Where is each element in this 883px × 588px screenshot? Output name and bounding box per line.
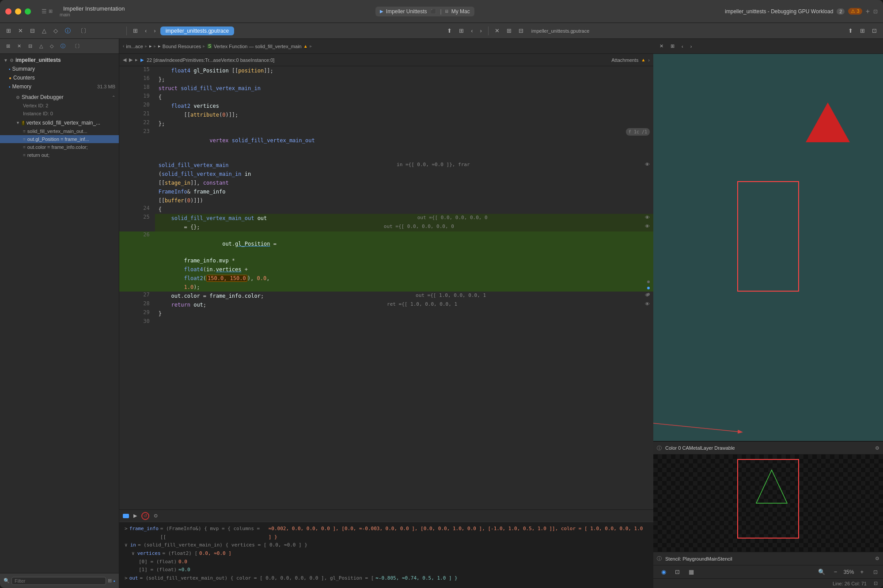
gpu-fullscreen-icon[interactable]: ⊡ [873, 569, 878, 575]
sidebar-toolbar-btn2[interactable]: ✕ [15, 42, 24, 50]
toolbar-btn-7[interactable]: 〔〕 [75, 26, 92, 36]
sidebar-item-sub3[interactable]: = out.color = frame_info.color; [0, 143, 119, 151]
gpu-stencil-settings-icon[interactable]: ⚙ [875, 556, 879, 561]
gpu-toolbar-btn3[interactable]: ‹ [679, 43, 686, 50]
sidebar-toolbar-btn4[interactable]: △ [37, 42, 45, 50]
var-val-out: ≈-0.805, ≈0.74, 0.5, 1.0 ] } [375, 574, 457, 583]
toolbar-btn-4[interactable]: △ [39, 27, 49, 35]
toolbar-share[interactable]: ⬆ [444, 27, 455, 35]
debug-eye-icon-25b[interactable]: 👁 [645, 223, 650, 231]
gpu-mode-btn1[interactable]: ◉ [659, 568, 669, 576]
gpu-zoom-search-btn[interactable]: 🔍 [815, 568, 828, 576]
toolbar-nav-fwd2[interactable]: › [478, 27, 485, 35]
toolbar-right-2[interactable]: ⊞ [857, 27, 868, 35]
toolbar-nav-fwd[interactable]: › [151, 27, 158, 35]
sub1-label: solid_fill_vertex_main_out... [27, 129, 115, 134]
sidebar-item-sub4[interactable]: = return out; [0, 151, 119, 159]
debug-eye-icon-25[interactable]: 👁 [645, 214, 650, 222]
sidebar-toolbar-btn3[interactable]: ⊟ [26, 42, 35, 50]
sidebar-item-shader-debugger[interactable]: ⚙ Shader Debugger ⌃ [0, 93, 119, 102]
sidebar-toolbar-btn7[interactable]: 〔〕 [70, 42, 85, 50]
sidebar-item-memory[interactable]: ▪ Memory 31.3 MB [0, 82, 119, 91]
step-over-btn[interactable]: ↺ [141, 512, 149, 520]
toolbar-layout-btn[interactable]: ⊞ [456, 27, 466, 35]
debug-play-btn[interactable]: ▶ [131, 512, 140, 520]
attachment-expand-icon[interactable]: › [648, 57, 650, 63]
toolbar-btn-1[interactable]: ⊞ [4, 27, 14, 35]
line-num-26d [119, 274, 155, 283]
gpu-toolbar: ✕ ⊞ ‹ › [653, 39, 883, 54]
toolbar-btn-2[interactable]: ✕ [15, 27, 26, 35]
toolbar-step-btn[interactable]: ⊞ [130, 27, 140, 35]
active-file-tab[interactable]: impeller_unittests.gputrace [160, 27, 234, 35]
sidebar-item-sub2[interactable]: = out.gl_Position = frame_inf... [0, 135, 119, 143]
layout-icon[interactable]: ⊡ [874, 580, 878, 586]
close-button[interactable] [5, 8, 11, 15]
code-line-25b: = {}; out ={[ 0.0, 0.0, 0.0, 0 👁 [155, 223, 653, 231]
step-next-btn[interactable]: ⊙ [151, 512, 160, 520]
toolbar-right-3[interactable]: ⊡ [869, 27, 879, 35]
sidebar-toggle-icon[interactable]: ☰ [42, 8, 47, 15]
gpu-stencil-info-icon: ⓘ [657, 555, 662, 562]
code-row-27: 27 out.color = frame_info.color; out ={[… [119, 292, 653, 300]
tab-unittests[interactable]: ▶ Impeller Unittests ⬛ | 🖥 My Mac [375, 7, 474, 16]
gpu-mode-btn3[interactable]: ▦ [686, 568, 697, 576]
sidebar-item-vertex-id: Vertex ID: 2 [0, 102, 119, 110]
filter-input[interactable] [11, 577, 106, 585]
var-type-vertices: = (float2) [ [163, 550, 197, 558]
gpu-toolbar-btn2[interactable]: ⊞ [668, 42, 677, 50]
sidebar-item-counters[interactable]: ● Counters [0, 73, 119, 82]
add-tab-button[interactable]: + [866, 8, 870, 15]
toolbar-btn-3[interactable]: ⊟ [27, 27, 38, 35]
sort-icon[interactable]: ⊞ [108, 578, 112, 584]
gpu-toolbar-btn4[interactable]: › [688, 43, 695, 50]
line-num-20: 20 [119, 102, 155, 110]
sidebar-item-sub1[interactable]: = solid_fill_vertex_main_out... [0, 127, 119, 135]
debug-eye-icon-28[interactable]: 👁 [645, 301, 650, 309]
line-num-26: 26 [119, 231, 155, 256]
call-stack-expand-icon[interactable]: ▶ [140, 57, 144, 62]
sidebar-toolbar-btn5[interactable]: ◇ [47, 42, 56, 50]
toolbar-zoom-out2[interactable]: ⊞ [504, 27, 514, 35]
debug-eye-icon[interactable]: 👁 [645, 161, 650, 169]
toolbar-right-1[interactable]: ⬆ [845, 27, 856, 35]
shader-stepper-icon[interactable]: ⌃ [112, 95, 115, 100]
layout-button[interactable]: ⊡ [873, 8, 878, 15]
gpu-zoom-out-btn[interactable]: − [831, 568, 840, 576]
sidebar-item-root[interactable]: ▼ ⚙ impeller_unittests [0, 56, 119, 64]
gpu-color-settings-icon[interactable]: ⚙ [875, 445, 879, 451]
nav-btn3[interactable]: ▸ [135, 57, 138, 63]
var-in: ∨ in = (solid_fill_vertex_main_in) { ver… [125, 541, 648, 550]
maximize-button[interactable] [25, 8, 31, 15]
toolbar-btn-6[interactable]: ⓘ [62, 26, 73, 36]
toolbar-nav-back2[interactable]: ‹ [468, 27, 475, 35]
titlebar-left: ☰ ⊞ Impeller Instrumentation main [5, 5, 125, 17]
debug-session-title: impeller_unittests - Debugging GPU Workl… [725, 8, 833, 15]
minimize-button[interactable] [15, 8, 21, 15]
var-type-frame-info: = (FrameInfo&) { mvp = { columns = [[ [160, 525, 267, 541]
debug-right-28: ret ={[ 1.0, 0.0, 0.0, 1 [387, 301, 457, 309]
var-vertices-collapse-icon: ∨ [132, 550, 135, 558]
vertex-id-label: Vertex ID: 2 [23, 103, 115, 108]
toolbar-nav-back[interactable]: ‹ [142, 27, 149, 35]
sidebar-toolbar-btn1[interactable]: ⊞ [4, 42, 13, 50]
code-editor[interactable]: 15 float4 gl_Position [[position]]; 16 }… [119, 66, 653, 509]
gpu-toolbar-btn1[interactable]: ✕ [657, 42, 666, 50]
sidebar-item-func[interactable]: ▼ f vertex solid_fill_vertex_main_... [0, 118, 119, 127]
sidebar-toolbar-btn6[interactable]: ⓘ [58, 42, 68, 50]
var-v0: [0] = (float) 0.0 [125, 558, 648, 566]
gpu-zoom-in-btn[interactable]: + [857, 568, 866, 576]
toolbar-btn-5[interactable]: ◇ [51, 27, 61, 35]
gpu-viewport-border [737, 181, 799, 292]
toolbar-zoom-in2[interactable]: ⊟ [516, 27, 526, 35]
line-num-23e [119, 187, 155, 196]
panel-toggle-icon[interactable]: ⊞ [49, 8, 53, 14]
gpu-mode-btn2[interactable]: ⊡ [672, 568, 682, 576]
gpu-info-icon: ⓘ [657, 445, 662, 451]
editor-back-icon[interactable]: ‹ [123, 44, 124, 49]
breadcrumb-vertex-func: Vertex Function — solid_fill_vertex_main [214, 44, 302, 49]
toolbar-close-file[interactable]: ✕ [492, 27, 502, 35]
nav-back-icon[interactable]: ◀ [123, 57, 126, 63]
sidebar-item-summary[interactable]: ▪ Summary [0, 64, 119, 73]
nav-fwd-icon[interactable]: ▶ [129, 57, 133, 63]
